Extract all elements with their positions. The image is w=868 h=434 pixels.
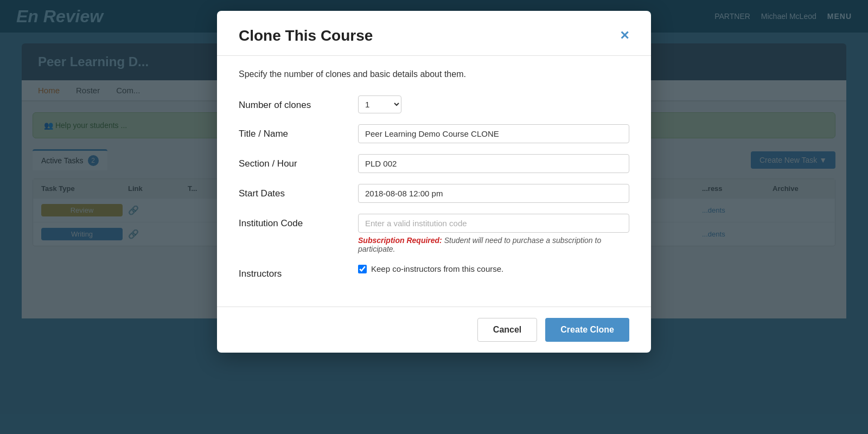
num-clones-select[interactable]: 1 2 3 [358, 95, 401, 113]
institution-code-input[interactable] [358, 214, 629, 233]
section-row: Section / Hour [239, 154, 629, 173]
keep-instructors-checkbox[interactable] [358, 265, 367, 273]
start-dates-row: Start Dates [239, 184, 629, 203]
modal-overlay: Clone This Course ✕ Specify the number o… [0, 0, 868, 434]
title-label: Title / Name [239, 124, 358, 139]
num-clones-label: Number of clones [239, 95, 358, 111]
cancel-button[interactable]: Cancel [477, 318, 537, 342]
start-dates-input[interactable] [358, 184, 629, 203]
modal-subtitle: Specify the number of clones and basic d… [239, 69, 629, 79]
num-clones-control: 1 2 3 [358, 95, 629, 113]
modal-header: Clone This Course ✕ [217, 11, 651, 56]
title-row: Title / Name [239, 124, 629, 143]
instructors-row: Instructors Keep co-instructors from thi… [239, 264, 629, 279]
section-label: Section / Hour [239, 154, 358, 169]
num-clones-row: Number of clones 1 2 3 [239, 95, 629, 113]
create-clone-button[interactable]: Create Clone [545, 318, 629, 342]
modal-close-button[interactable]: ✕ [620, 30, 629, 42]
instructors-control: Keep co-instructors from this course. [358, 264, 629, 273]
institution-code-row: Institution Code Subscription Required: … [239, 214, 629, 253]
title-control [358, 124, 629, 143]
institution-code-label: Institution Code [239, 214, 358, 229]
modal-footer: Cancel Create Clone [217, 307, 651, 353]
subscription-message: Subscription Required: Student will need… [358, 236, 629, 253]
section-input[interactable] [358, 154, 629, 173]
keep-instructors-label: Keep co-instructors from this course. [371, 264, 503, 273]
section-control [358, 154, 629, 173]
instructors-label: Instructors [239, 264, 358, 279]
modal-title: Clone This Course [239, 27, 373, 44]
start-dates-control [358, 184, 629, 203]
subscription-required-label: Subscription Required: [358, 236, 442, 245]
institution-code-control: Subscription Required: Student will need… [358, 214, 629, 253]
instructors-checkbox-row: Keep co-instructors from this course. [358, 264, 629, 273]
clone-course-modal: Clone This Course ✕ Specify the number o… [217, 11, 651, 353]
start-dates-label: Start Dates [239, 184, 358, 199]
modal-body: Specify the number of clones and basic d… [217, 56, 651, 307]
title-input[interactable] [358, 124, 629, 143]
